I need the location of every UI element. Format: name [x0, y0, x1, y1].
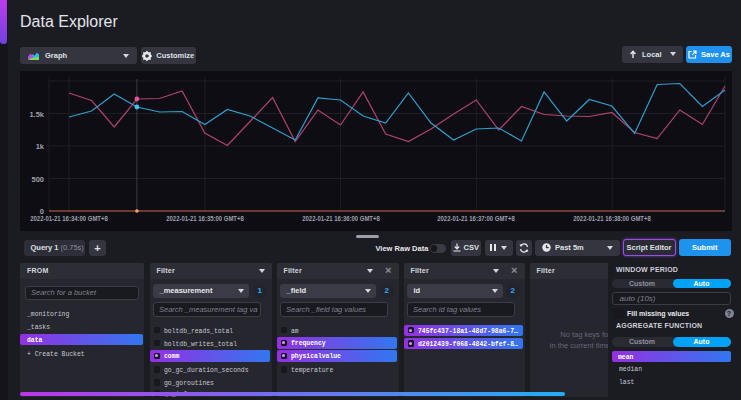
svg-text:500: 500	[31, 175, 44, 184]
svg-text:1k: 1k	[36, 142, 45, 151]
svg-text:1.5k: 1.5k	[29, 110, 44, 119]
